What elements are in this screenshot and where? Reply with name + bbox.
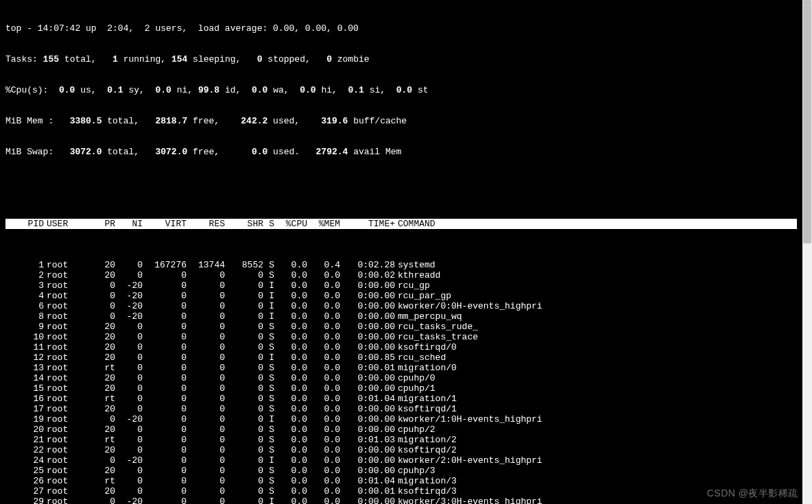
process-row[interactable]: 2root200000S0.00.00:00.02kthreadd bbox=[5, 270, 797, 280]
cell-user: root bbox=[44, 260, 93, 270]
process-row[interactable]: 16rootrt0000S0.00.00:01.04migration/1 bbox=[5, 394, 797, 404]
cell-cpu: 0.0 bbox=[274, 301, 307, 311]
col-ni[interactable]: NI bbox=[115, 219, 143, 229]
cell-cpu: 0.0 bbox=[274, 445, 307, 455]
cell-mem: 0.0 bbox=[307, 291, 340, 301]
process-row[interactable]: 19root0-20000I0.00.00:00.00kworker/1:0H-… bbox=[5, 414, 797, 424]
process-row[interactable]: 3root0-20000I0.00.00:00.00rcu_gp bbox=[5, 280, 797, 291]
process-list: 1root200167276137448552S0.00.40:02.28sys… bbox=[5, 260, 797, 504]
cell-res: 0 bbox=[187, 363, 225, 373]
cell-res: 13744 bbox=[187, 260, 225, 270]
cell-pr: 20 bbox=[93, 322, 115, 332]
cell-cmd: kworker/1:0H-events_highpri bbox=[395, 414, 797, 424]
process-row[interactable]: 11root200000S0.00.00:00.00ksoftirqd/0 bbox=[5, 342, 797, 352]
scrollbar-thumb[interactable] bbox=[803, 0, 811, 243]
process-row[interactable]: 29root0-20000I0.00.00:00.00kworker/3:0H-… bbox=[5, 496, 797, 504]
cell-user: root bbox=[44, 373, 93, 383]
col-pr[interactable]: PR bbox=[93, 219, 115, 229]
col-res[interactable]: RES bbox=[187, 219, 225, 229]
cell-shr: 0 bbox=[225, 280, 263, 291]
terminal-output[interactable]: top - 14:07:42 up 2:04, 2 users, load av… bbox=[0, 0, 802, 504]
cell-time: 0:01.04 bbox=[340, 394, 395, 404]
cell-ni: 0 bbox=[115, 486, 143, 496]
cell-mem: 0.0 bbox=[307, 404, 340, 414]
process-row[interactable]: 25root200000S0.00.00:00.00cpuhp/3 bbox=[5, 466, 797, 476]
process-row[interactable]: 26rootrt0000S0.00.00:01.04migration/3 bbox=[5, 476, 797, 486]
cell-time: 0:00.00 bbox=[340, 445, 395, 455]
process-row[interactable]: 1root200167276137448552S0.00.40:02.28sys… bbox=[5, 260, 797, 270]
cell-mem: 0.0 bbox=[307, 455, 340, 466]
cell-cpu: 0.0 bbox=[274, 270, 307, 280]
process-row[interactable]: 10root200000S0.00.00:00.00rcu_tasks_trac… bbox=[5, 332, 797, 342]
cell-mem: 0.0 bbox=[307, 352, 340, 363]
cell-time: 0:02.28 bbox=[340, 260, 395, 270]
cell-ni: -20 bbox=[115, 311, 143, 322]
cell-cpu: 0.0 bbox=[274, 404, 307, 414]
process-row[interactable]: 4root0-20000I0.00.00:00.00rcu_par_gp bbox=[5, 291, 797, 301]
process-row[interactable]: 20root200000S0.00.00:00.00cpuhp/2 bbox=[5, 424, 797, 435]
cell-mem: 0.0 bbox=[307, 311, 340, 322]
cell-ni: 0 bbox=[115, 383, 143, 394]
process-row[interactable]: 14root200000S0.00.00:00.00cpuhp/0 bbox=[5, 373, 797, 383]
cell-pr: 0 bbox=[93, 311, 115, 322]
cell-shr: 0 bbox=[225, 476, 263, 486]
process-row[interactable]: 21rootrt0000S0.00.00:01.03migration/2 bbox=[5, 435, 797, 445]
process-row[interactable]: 27root200000S0.00.00:00.01ksoftirqd/3 bbox=[5, 486, 797, 496]
process-row[interactable]: 8root0-20000I0.00.00:00.00mm_percpu_wq bbox=[5, 311, 797, 322]
process-row[interactable]: 12root200000I0.00.00:00.85rcu_sched bbox=[5, 352, 797, 363]
cell-pid: 11 bbox=[5, 342, 44, 352]
cell-shr: 0 bbox=[225, 466, 263, 476]
cell-user: root bbox=[44, 445, 93, 455]
cell-s: S bbox=[263, 404, 274, 414]
process-row[interactable]: 24root0-20000I0.00.00:00.00kworker/2:0H-… bbox=[5, 455, 797, 466]
cell-pid: 26 bbox=[5, 476, 44, 486]
cell-s: S bbox=[263, 363, 274, 373]
col-cpu[interactable]: %CPU bbox=[274, 219, 307, 229]
col-cmd[interactable]: COMMAND bbox=[395, 219, 797, 229]
cell-mem: 0.0 bbox=[307, 414, 340, 424]
cell-s: S bbox=[263, 486, 274, 496]
cell-virt: 0 bbox=[143, 322, 187, 332]
col-s[interactable]: S bbox=[263, 219, 274, 229]
cell-res: 0 bbox=[187, 280, 225, 291]
cell-user: root bbox=[44, 280, 93, 291]
col-time[interactable]: TIME+ bbox=[340, 219, 395, 229]
cell-cmd: rcu_gp bbox=[395, 280, 797, 291]
cell-mem: 0.0 bbox=[307, 394, 340, 404]
process-row[interactable]: 17root200000S0.00.00:00.00ksoftirqd/1 bbox=[5, 404, 797, 414]
cell-res: 0 bbox=[187, 270, 225, 280]
cell-virt: 0 bbox=[143, 301, 187, 311]
cell-shr: 0 bbox=[225, 332, 263, 342]
cell-virt: 0 bbox=[143, 455, 187, 466]
cell-res: 0 bbox=[187, 301, 225, 311]
process-row[interactable]: 15root200000S0.00.00:00.00cpuhp/1 bbox=[5, 383, 797, 394]
cell-virt: 0 bbox=[143, 486, 187, 496]
cell-cpu: 0.0 bbox=[274, 466, 307, 476]
col-shr[interactable]: SHR bbox=[225, 219, 263, 229]
process-row[interactable]: 9root200000S0.00.00:00.00rcu_tasks_rude_ bbox=[5, 322, 797, 332]
cell-mem: 0.0 bbox=[307, 466, 340, 476]
cell-res: 0 bbox=[187, 496, 225, 504]
cell-cmd: migration/2 bbox=[395, 435, 797, 445]
scrollbar-track[interactable] bbox=[802, 0, 812, 504]
cell-pid: 27 bbox=[5, 486, 44, 496]
cell-res: 0 bbox=[187, 311, 225, 322]
cell-s: I bbox=[263, 414, 274, 424]
cell-cmd: rcu_tasks_trace bbox=[395, 332, 797, 342]
cell-cpu: 0.0 bbox=[274, 352, 307, 363]
process-row[interactable]: 6root0-20000I0.00.00:00.00kworker/0:0H-e… bbox=[5, 301, 797, 311]
col-pid[interactable]: PID bbox=[5, 219, 44, 229]
cell-time: 0:00.00 bbox=[340, 311, 395, 322]
cell-pr: rt bbox=[93, 363, 115, 373]
col-user[interactable]: USER bbox=[44, 219, 93, 229]
process-row[interactable]: 22root200000S0.00.00:00.00ksoftirqd/2 bbox=[5, 445, 797, 455]
cell-pid: 29 bbox=[5, 496, 44, 504]
process-row[interactable]: 13rootrt0000S0.00.00:00.01migration/0 bbox=[5, 363, 797, 373]
col-mem[interactable]: %MEM bbox=[307, 219, 340, 229]
cell-time: 0:00.00 bbox=[340, 424, 395, 435]
col-virt[interactable]: VIRT bbox=[143, 219, 187, 229]
cell-res: 0 bbox=[187, 383, 225, 394]
cell-pr: rt bbox=[93, 476, 115, 486]
cell-cpu: 0.0 bbox=[274, 486, 307, 496]
cell-virt: 0 bbox=[143, 280, 187, 291]
